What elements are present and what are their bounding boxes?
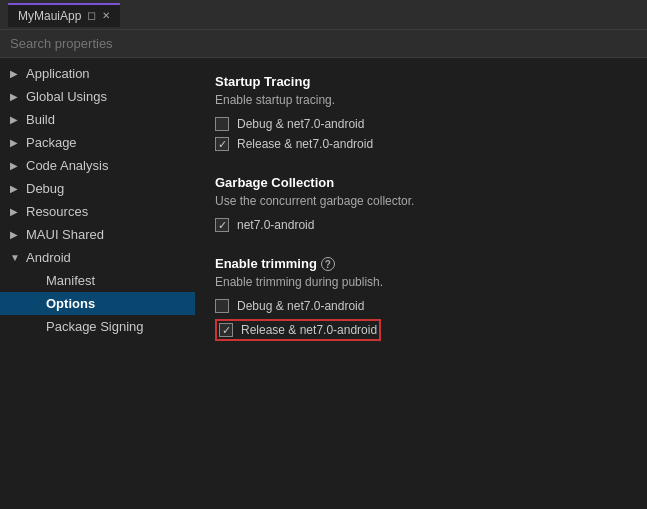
sidebar-item-android[interactable]: ▼Android (0, 246, 195, 269)
sidebar-label-debug: Debug (26, 181, 64, 196)
sidebar-label-code-analysis: Code Analysis (26, 158, 108, 173)
sidebar-label-manifest: Manifest (46, 273, 95, 288)
section-title-startup-tracing: Startup Tracing (215, 74, 627, 89)
sidebar-item-code-analysis[interactable]: ▶Code Analysis (0, 154, 195, 177)
checkbox-row-release-android-tracing[interactable]: ✓Release & net7.0-android (215, 137, 627, 151)
search-input[interactable] (10, 36, 637, 51)
tab-label: MyMauiApp (18, 9, 81, 23)
sidebar-label-application: Application (26, 66, 90, 81)
sidebar-item-manifest[interactable]: Manifest (0, 269, 195, 292)
search-bar (0, 30, 647, 58)
sidebar-item-resources[interactable]: ▶Resources (0, 200, 195, 223)
sidebar-item-global-usings[interactable]: ▶Global Usings (0, 85, 195, 108)
section-enable-trimming: Enable trimming?Enable trimming during p… (215, 256, 627, 341)
checkbox-net7-android-gc[interactable]: ✓ (215, 218, 229, 232)
checkbox-row-net7-android-gc[interactable]: ✓net7.0-android (215, 218, 627, 232)
sidebar-item-debug[interactable]: ▶Debug (0, 177, 195, 200)
chevron-icon-global-usings: ▶ (10, 91, 20, 102)
sidebar: ▶Application▶Global Usings▶Build▶Package… (0, 58, 195, 509)
title-bar: MyMauiApp ◻ ✕ (0, 0, 647, 30)
checkbox-debug-android-tracing[interactable] (215, 117, 229, 131)
sidebar-item-options[interactable]: Options (0, 292, 195, 315)
checkbox-label-release-android-trim: Release & net7.0-android (241, 323, 377, 337)
chevron-icon-android: ▼ (10, 252, 20, 263)
sidebar-label-build: Build (26, 112, 55, 127)
section-title-enable-trimming: Enable trimming? (215, 256, 627, 271)
sidebar-label-resources: Resources (26, 204, 88, 219)
editor-tab[interactable]: MyMauiApp ◻ ✕ (8, 3, 120, 27)
sidebar-label-options: Options (46, 296, 95, 311)
section-title-garbage-collection: Garbage Collection (215, 175, 627, 190)
tab-close-icon[interactable]: ✕ (102, 10, 110, 21)
checkbox-label-release-android-tracing: Release & net7.0-android (237, 137, 373, 151)
checkbox-row-release-android-trim[interactable]: ✓Release & net7.0-android (215, 319, 627, 341)
chevron-icon-resources: ▶ (10, 206, 20, 217)
chevron-icon-build: ▶ (10, 114, 20, 125)
checkbox-label-net7-android-gc: net7.0-android (237, 218, 314, 232)
checkbox-row-debug-android-trim[interactable]: Debug & net7.0-android (215, 299, 627, 313)
checkbox-label-debug-android-trim: Debug & net7.0-android (237, 299, 364, 313)
chevron-icon-debug: ▶ (10, 183, 20, 194)
section-desc-startup-tracing: Enable startup tracing. (215, 93, 627, 107)
sidebar-item-package[interactable]: ▶Package (0, 131, 195, 154)
chevron-icon-maui-shared: ▶ (10, 229, 20, 240)
section-desc-garbage-collection: Use the concurrent garbage collector. (215, 194, 627, 208)
info-icon-enable-trimming[interactable]: ? (321, 257, 335, 271)
sidebar-label-package: Package (26, 135, 77, 150)
highlight-box-release-android-trim: ✓Release & net7.0-android (215, 319, 381, 341)
checkbox-debug-android-trim[interactable] (215, 299, 229, 313)
chevron-icon-code-analysis: ▶ (10, 160, 20, 171)
checkbox-label-debug-android-tracing: Debug & net7.0-android (237, 117, 364, 131)
tab-pin-icon: ◻ (87, 9, 96, 22)
sidebar-item-build[interactable]: ▶Build (0, 108, 195, 131)
section-desc-enable-trimming: Enable trimming during publish. (215, 275, 627, 289)
sidebar-item-package-signing[interactable]: Package Signing (0, 315, 195, 338)
checkbox-release-android-tracing[interactable]: ✓ (215, 137, 229, 151)
sidebar-label-package-signing: Package Signing (46, 319, 144, 334)
chevron-icon-application: ▶ (10, 68, 20, 79)
section-startup-tracing: Startup TracingEnable startup tracing.De… (215, 74, 627, 151)
section-garbage-collection: Garbage CollectionUse the concurrent gar… (215, 175, 627, 232)
sidebar-label-android: Android (26, 250, 71, 265)
sidebar-item-maui-shared[interactable]: ▶MAUI Shared (0, 223, 195, 246)
chevron-icon-package: ▶ (10, 137, 20, 148)
sidebar-item-application[interactable]: ▶Application (0, 62, 195, 85)
content-area: Startup TracingEnable startup tracing.De… (195, 58, 647, 509)
main-layout: ▶Application▶Global Usings▶Build▶Package… (0, 58, 647, 509)
checkbox-row-debug-android-tracing[interactable]: Debug & net7.0-android (215, 117, 627, 131)
checkbox-release-android-trim[interactable]: ✓ (219, 323, 233, 337)
sidebar-label-global-usings: Global Usings (26, 89, 107, 104)
sidebar-label-maui-shared: MAUI Shared (26, 227, 104, 242)
